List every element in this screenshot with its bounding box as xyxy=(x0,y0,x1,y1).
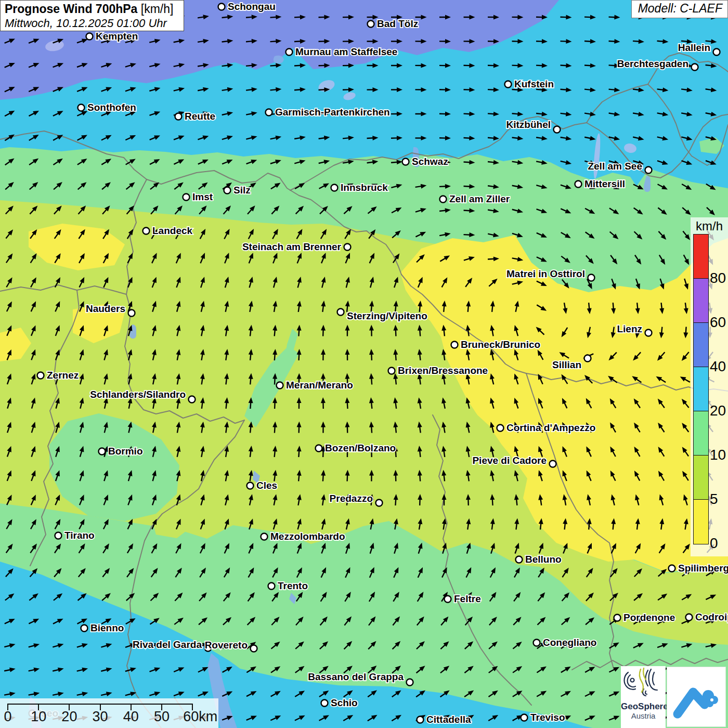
city-marker xyxy=(376,500,383,506)
city-marker xyxy=(713,49,720,56)
city-marker xyxy=(534,640,540,646)
legend-title: km/h xyxy=(691,219,728,233)
scale-tick-label: 50 xyxy=(154,709,170,725)
scale-tick-label: 30 xyxy=(93,709,108,725)
city-marker xyxy=(316,445,322,452)
city-label: Bienno xyxy=(90,622,124,633)
city-label: Sillian xyxy=(552,359,581,370)
model-label: Modell: C-LAEF xyxy=(631,0,728,18)
city-marker xyxy=(128,310,135,317)
scale-tick-label: 20 xyxy=(61,709,77,725)
city-label: Bormio xyxy=(108,446,143,457)
legend-band-label: 0 xyxy=(710,535,718,552)
city-label: Hallein xyxy=(678,42,710,53)
city-label: Schongau xyxy=(228,1,276,12)
city-label: Cortina d'Ampezzo xyxy=(506,422,595,433)
city-marker xyxy=(37,372,44,379)
city-label: Innsbruck xyxy=(341,182,388,193)
city-marker xyxy=(584,355,591,362)
city-label: Schlanders/Silandro xyxy=(90,389,186,400)
city-label: Tirano xyxy=(64,530,95,541)
forecast-datetime: Mittwoch, 10.12.2025 01:00 Uhr xyxy=(5,16,184,30)
city-marker xyxy=(554,126,561,133)
geosphere-name: GeoSphere xyxy=(621,702,666,711)
city-marker xyxy=(516,556,523,563)
legend-band-swatch xyxy=(694,500,708,544)
city-marker xyxy=(331,185,338,191)
legend-band-swatch xyxy=(694,456,708,500)
city-marker xyxy=(189,396,196,403)
title-text: Prognose Wind 700hPa xyxy=(5,2,137,16)
legend-band-label: 40 xyxy=(710,358,726,375)
city-label: Murnau am Staffelsee xyxy=(295,46,397,57)
city-label: Predazzo xyxy=(330,493,373,504)
city-marker xyxy=(614,615,621,621)
city-label: Treviso xyxy=(530,712,565,723)
city-marker xyxy=(55,532,62,539)
city-marker xyxy=(402,159,409,165)
city-label: Berchtesgaden xyxy=(617,58,688,69)
city-marker xyxy=(645,330,652,336)
city-marker xyxy=(692,64,698,71)
city-label: Nauders xyxy=(86,303,125,314)
city-marker xyxy=(268,583,275,590)
map-scale-bar: 0102030405060km xyxy=(0,698,218,728)
legend-band-label: 80 xyxy=(710,270,726,287)
city-marker xyxy=(497,425,504,432)
city-marker xyxy=(266,109,272,116)
title-unit: [km/h] xyxy=(137,2,173,16)
city-label: Cittadella xyxy=(426,714,471,725)
city-label: Schio xyxy=(331,697,358,708)
city-label: Reutte xyxy=(185,111,215,122)
legend-band-swatch xyxy=(694,367,708,411)
city-label: Silz xyxy=(233,185,251,196)
legend-band-swatch xyxy=(694,235,708,279)
weather-map-screen: IseoSchongauBad TölzKemptenMurnau am Sta… xyxy=(0,0,728,728)
city-marker xyxy=(175,113,182,120)
legend-band-label: 60 xyxy=(710,314,726,331)
city-marker xyxy=(451,342,458,348)
city-label: Bruneck/Brunico xyxy=(461,339,540,350)
scale-tick-label: 0 xyxy=(4,709,11,725)
city-label: Imst xyxy=(192,191,213,202)
city-label: Steinach am Brenner xyxy=(242,241,342,252)
city-label: Belluno xyxy=(525,554,562,565)
city-marker xyxy=(417,717,424,723)
city-label: Mittersill xyxy=(584,178,625,189)
city-marker xyxy=(99,448,106,455)
legend-color-bar xyxy=(693,234,709,544)
city-marker xyxy=(344,244,351,251)
scale-tick-label: 40 xyxy=(123,709,139,725)
city-marker xyxy=(645,167,652,174)
city-marker xyxy=(337,309,344,316)
city-marker xyxy=(388,368,395,374)
city-marker xyxy=(218,4,225,10)
city-marker xyxy=(251,645,257,652)
city-label: Landeck xyxy=(152,225,193,236)
city-marker xyxy=(81,625,88,632)
city-label: Pieve di Cadore xyxy=(472,455,547,466)
city-label: Garmisch-Partenkirchen xyxy=(275,107,390,118)
city-label: Schwaz xyxy=(412,156,448,167)
city-marker xyxy=(521,714,528,721)
city-marker xyxy=(407,679,413,686)
city-label: Kempten xyxy=(96,31,138,42)
city-label: Sonthofen xyxy=(87,102,136,113)
scale-tick-label: 10 xyxy=(31,709,46,725)
city-label: Mezzolombardo xyxy=(270,531,345,542)
city-label: Conegliano xyxy=(543,637,596,648)
city-label: Bozen/Bolzano xyxy=(325,443,396,453)
page-title: Prognose Wind 700hPa [km/h] xyxy=(5,2,184,16)
city-marker xyxy=(286,49,293,56)
legend-band-swatch xyxy=(694,323,708,367)
city-label: Zernez xyxy=(47,370,79,381)
city-label: Sterzing/Vipiteno xyxy=(347,310,427,321)
city-label: Cles xyxy=(256,480,277,491)
city-marker xyxy=(261,534,268,540)
city-label: Trento xyxy=(278,580,308,591)
city-marker xyxy=(669,565,675,572)
city-label: Pordenone xyxy=(623,612,675,623)
city-label: Zell am Ziller xyxy=(449,193,510,204)
city-marker xyxy=(445,596,451,603)
city-marker xyxy=(277,382,283,389)
